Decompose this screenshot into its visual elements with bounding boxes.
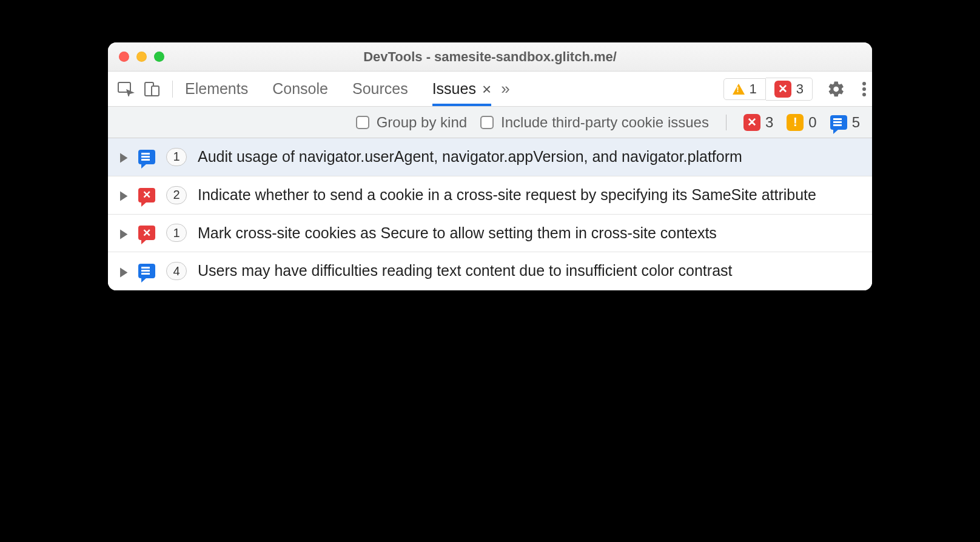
errors-badge[interactable]: ✕ 3 (766, 78, 813, 101)
info-issues-count: 5 (852, 114, 860, 131)
error-icon: ✕ (743, 114, 760, 131)
info-icon (830, 115, 847, 130)
info-icon (138, 264, 155, 278)
devtools-window: DevTools - samesite-sandbox.glitch.me/ E… (108, 42, 872, 290)
group-by-kind-label: Group by kind (377, 114, 467, 131)
inspect-element-icon[interactable] (118, 82, 136, 96)
toolbar-divider (172, 81, 173, 98)
checkbox-icon (480, 116, 494, 129)
group-by-kind-checkbox[interactable]: Group by kind (356, 114, 467, 131)
warning-icon: ! (787, 114, 804, 131)
warning-icon (733, 84, 745, 95)
issue-count-badge: 4 (166, 262, 187, 280)
warnings-count: 1 (750, 81, 757, 97)
panel-tabs: Elements Console Sources Issues × (185, 72, 491, 106)
warnings-badge[interactable]: 1 (723, 78, 766, 100)
issues-list: ▶1Audit usage of navigator.userAgent, na… (108, 138, 872, 290)
error-issues-count: 3 (765, 114, 773, 131)
issue-count-badge: 1 (166, 148, 187, 166)
console-status-badges: 1 ✕ 3 (723, 78, 813, 101)
error-issues-toggle[interactable]: ✕ 3 (743, 114, 773, 131)
window-title: DevTools - samesite-sandbox.glitch.me/ (108, 49, 872, 65)
issue-row[interactable]: ▶1Audit usage of navigator.userAgent, na… (108, 138, 872, 176)
errors-count: 3 (796, 81, 804, 97)
close-tab-icon[interactable]: × (482, 81, 491, 97)
disclosure-triangle-icon[interactable]: ▶ (120, 226, 127, 241)
info-issues-toggle[interactable]: 5 (830, 114, 860, 131)
include-third-party-checkbox[interactable]: Include third-party cookie issues (480, 114, 709, 131)
issue-count-badge: 1 (166, 224, 187, 242)
checkbox-icon (356, 116, 369, 129)
settings-gear-icon[interactable] (827, 80, 845, 98)
titlebar: DevTools - samesite-sandbox.glitch.me/ (108, 42, 872, 72)
disclosure-triangle-icon[interactable]: ▶ (120, 150, 127, 165)
issue-title: Mark cross-site cookies as Secure to all… (198, 223, 860, 244)
tab-issues[interactable]: Issues × (432, 72, 491, 106)
issue-count-badge: 2 (166, 186, 187, 204)
issue-title: Indicate whether to send a cookie in a c… (198, 185, 860, 206)
issue-title: Users may have difficulties reading text… (198, 261, 860, 281)
filter-divider (726, 115, 727, 130)
warning-issues-count: 0 (808, 114, 816, 131)
include-third-party-label: Include third-party cookie issues (501, 114, 709, 131)
more-options-icon[interactable] (862, 82, 866, 96)
tab-elements[interactable]: Elements (185, 72, 248, 106)
tab-sources[interactable]: Sources (352, 72, 408, 106)
more-tabs-chevron-icon[interactable]: » (501, 79, 509, 98)
device-toolbar-icon[interactable] (144, 82, 160, 96)
main-toolbar: Elements Console Sources Issues × » 1 ✕ … (108, 72, 872, 107)
warning-issues-toggle[interactable]: ! 0 (787, 114, 816, 131)
issue-row[interactable]: ▶4Users may have difficulties reading te… (108, 252, 872, 290)
svg-rect-2 (152, 86, 159, 96)
error-icon: ✕ (138, 226, 155, 240)
disclosure-triangle-icon[interactable]: ▶ (120, 264, 127, 279)
issue-row[interactable]: ▶✕2Indicate whether to send a cookie in … (108, 176, 872, 215)
info-icon (138, 150, 155, 164)
error-icon: ✕ (774, 81, 791, 98)
disclosure-triangle-icon[interactable]: ▶ (120, 187, 127, 202)
issues-filter-bar: Group by kind Include third-party cookie… (108, 107, 872, 138)
issue-title: Audit usage of navigator.userAgent, navi… (198, 147, 860, 167)
tab-console[interactable]: Console (272, 72, 328, 106)
issue-row[interactable]: ▶✕1Mark cross-site cookies as Secure to … (108, 215, 872, 253)
error-icon: ✕ (138, 188, 155, 202)
